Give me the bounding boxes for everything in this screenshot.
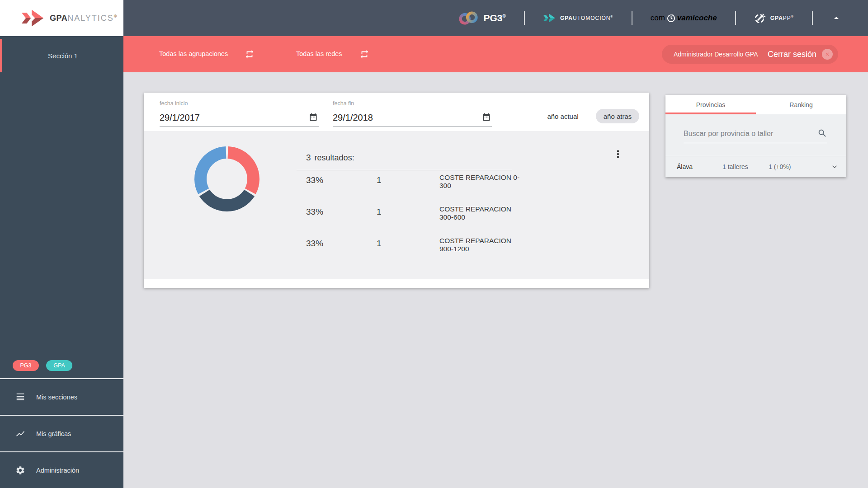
gpapp-logo: GPAPP® — [754, 12, 794, 24]
row-percent: 33% — [306, 175, 323, 185]
donut-segment-dark — [204, 193, 249, 205]
menu-label: Administración — [36, 467, 79, 474]
search-section — [665, 114, 846, 156]
pg3-infinity-icon — [458, 11, 479, 25]
header-divider — [632, 11, 632, 25]
donut-segment-blue — [201, 153, 226, 192]
menu-label: Mis secciones — [36, 394, 77, 401]
red-toolbar: Todas las agrupaciones Todas las redes A… — [123, 36, 868, 72]
kebab-icon — [612, 148, 624, 160]
admin-user-label: Administrador Desarrollo GPA — [674, 51, 758, 58]
tab-provincias[interactable]: Provincias — [665, 95, 756, 114]
divider — [297, 170, 512, 170]
header-divider — [812, 11, 813, 25]
gpapp-wrench-icon — [754, 12, 766, 24]
partner-logos: PG3® GPAUTOMOCIÓN® com — [458, 0, 842, 36]
row-percent: 33% — [306, 239, 323, 249]
sidebar-item-administracion[interactable]: Administración — [0, 451, 123, 488]
province-value: 1 (+0%) — [769, 163, 791, 170]
fecha-fin-field: fecha fin — [333, 100, 492, 127]
arrow-up-icon — [831, 13, 842, 23]
menu-label: Mis gráficas — [36, 430, 71, 437]
list-icon — [15, 392, 25, 402]
main-area: Todas las agrupaciones Todas las redes A… — [123, 36, 868, 488]
sidebar: Sección 1 PG3 GPA Mis secciones Mis gráf… — [0, 36, 123, 488]
header-divider — [735, 11, 736, 25]
section-label: Sección 1 — [48, 52, 78, 60]
fecha-fin-label: fecha fin — [333, 100, 492, 107]
sidebar-bottom: PG3 GPA Mis secciones Mis gráficas Admin… — [0, 352, 123, 488]
pg3-badge[interactable]: PG3 — [13, 360, 39, 371]
calendar-icon[interactable] — [309, 113, 318, 122]
logout-button[interactable]: Cerrar sesión — [768, 49, 833, 60]
gpa-arrow-icon — [21, 8, 44, 28]
collapse-header-button[interactable] — [831, 13, 842, 23]
redes-select[interactable]: Todas las redes — [296, 50, 342, 57]
agrupaciones-select[interactable]: Todas las agrupaciones — [159, 50, 228, 57]
brand-text: GPANALYTICS® — [50, 14, 117, 23]
donut-segment-red — [228, 153, 253, 192]
gear-icon — [15, 465, 25, 475]
search-icon[interactable] — [817, 128, 827, 138]
comprovamicoche-logo: com vamicoche — [651, 14, 717, 23]
sidebar-item-mis-secciones[interactable]: Mis secciones — [0, 378, 123, 415]
tab-ranking[interactable]: Ranking — [756, 95, 846, 114]
top-header: GPANALYTICS® — [0, 0, 868, 36]
fecha-inicio-field: fecha inicio — [160, 100, 319, 127]
fecha-inicio-label: fecha inicio — [160, 100, 319, 107]
chevron-down-icon[interactable] — [830, 162, 839, 171]
row-label: COSTE REPARACION 300-600 — [439, 205, 525, 222]
repeat-icon[interactable] — [245, 49, 255, 59]
sidebar-item-mis-graficas[interactable]: Mis gráficas — [0, 415, 123, 451]
ano-atras-button[interactable]: año atras — [596, 109, 639, 123]
gpautomocion-logo: GPAUTOMOCIÓN® — [543, 13, 613, 23]
province-name: Álava — [677, 163, 693, 170]
badges-row: PG3 GPA — [0, 352, 123, 378]
row-percent: 33% — [306, 207, 323, 217]
chart-section: 3resultados: 33% 1 COSTE REPARACION 0-30… — [144, 131, 649, 279]
user-session-pill: Administrador Desarrollo GPA Cerrar sesi… — [662, 45, 838, 64]
row-label: COSTE REPARACION 0-300 — [439, 174, 525, 190]
gpa-badge[interactable]: GPA — [46, 360, 72, 371]
fecha-inicio-input[interactable] — [160, 108, 319, 127]
app-root: GPANALYTICS® — [0, 0, 868, 488]
gpanalytics-logo: GPANALYTICS® — [0, 0, 123, 36]
repeat-icon[interactable] — [359, 49, 369, 59]
panel-tabs: Provincias Ranking — [665, 95, 846, 114]
gpautomocion-arrow-icon — [543, 13, 556, 23]
results-count: 3resultados: — [306, 153, 354, 163]
row-value: 1 — [377, 175, 382, 185]
content-area: fecha inicio fecha fin año actual año at… — [123, 72, 868, 488]
header-divider — [524, 11, 525, 25]
sidebar-item-seccion-1[interactable]: Sección 1 — [0, 39, 123, 72]
row-value: 1 — [377, 239, 382, 249]
close-session-icon[interactable] — [822, 49, 833, 60]
row-label: COSTE REPARACION 900-1200 — [439, 237, 525, 253]
search-input[interactable] — [684, 124, 810, 143]
calendar-icon[interactable] — [482, 113, 491, 122]
provinces-panel: Provincias Ranking Álava 1 talleres 1 (+… — [665, 95, 846, 177]
card-menu-button[interactable] — [612, 148, 624, 160]
chart-card: fecha inicio fecha fin año actual año at… — [144, 93, 649, 288]
province-talleres: 1 talleres — [722, 163, 748, 170]
row-value: 1 — [377, 207, 382, 217]
province-row-alava[interactable]: Álava 1 talleres 1 (+0%) — [665, 156, 846, 177]
fecha-fin-input[interactable] — [333, 108, 492, 127]
ano-actual-button[interactable]: año actual — [538, 109, 588, 123]
chart-line-icon — [15, 429, 25, 439]
pg3-logo: PG3® — [458, 11, 506, 25]
donut-chart[interactable] — [193, 145, 261, 213]
clock-icon — [667, 14, 675, 23]
